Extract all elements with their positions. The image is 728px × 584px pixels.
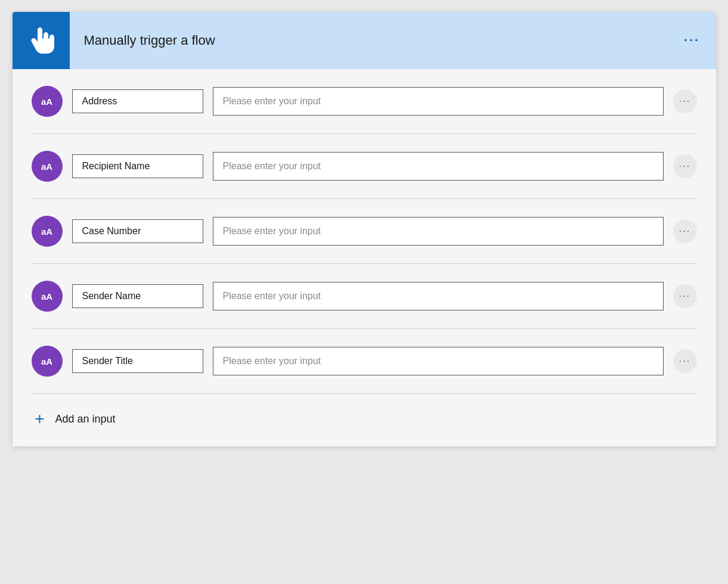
label-case-number: Case Number — [72, 219, 203, 243]
header-more-dots: ··· — [684, 33, 700, 48]
flow-trigger-card: Manually trigger a flow ··· aA Address P… — [13, 12, 716, 446]
more-button-recipient-name[interactable]: ··· — [673, 154, 697, 178]
avatar-sender-name: aA — [32, 281, 63, 312]
add-icon: + — [32, 411, 48, 427]
card-header: Manually trigger a flow ··· — [13, 12, 716, 69]
input-address[interactable]: Please enter your input — [213, 87, 664, 116]
trigger-icon — [27, 26, 55, 55]
header-title: Manually trigger a flow — [70, 33, 678, 48]
input-recipient-name[interactable]: Please enter your input — [213, 152, 664, 181]
row-address: aA Address Please enter your input ··· — [32, 69, 697, 134]
more-button-sender-name[interactable]: ··· — [673, 284, 697, 308]
add-input-label: Add an input — [55, 413, 116, 425]
row-case-number: aA Case Number Please enter your input ·… — [32, 199, 697, 264]
avatar-recipient-name: aA — [32, 151, 63, 182]
avatar-sender-title: aA — [32, 346, 63, 377]
label-recipient-name: Recipient Name — [72, 154, 203, 178]
row-sender-name: aA Sender Name Please enter your input ·… — [32, 264, 697, 329]
avatar-case-number: aA — [32, 216, 63, 247]
more-button-case-number[interactable]: ··· — [673, 219, 697, 243]
input-case-number[interactable]: Please enter your input — [213, 217, 664, 246]
content-area: aA Address Please enter your input ··· a… — [13, 69, 716, 446]
label-sender-name: Sender Name — [72, 284, 203, 308]
add-input-row[interactable]: + Add an input — [32, 394, 697, 432]
label-sender-title: Sender Title — [72, 349, 203, 373]
more-button-sender-title[interactable]: ··· — [673, 349, 697, 373]
avatar-address: aA — [32, 86, 63, 117]
row-sender-title: aA Sender Title Please enter your input … — [32, 329, 697, 394]
row-recipient-name: aA Recipient Name Please enter your inpu… — [32, 134, 697, 199]
header-icon-box — [13, 12, 70, 69]
input-sender-name[interactable]: Please enter your input — [213, 282, 664, 310]
header-more-button[interactable]: ··· — [678, 26, 707, 55]
more-button-address[interactable]: ··· — [673, 89, 697, 113]
input-sender-title[interactable]: Please enter your input — [213, 347, 664, 375]
label-address: Address — [72, 89, 203, 113]
